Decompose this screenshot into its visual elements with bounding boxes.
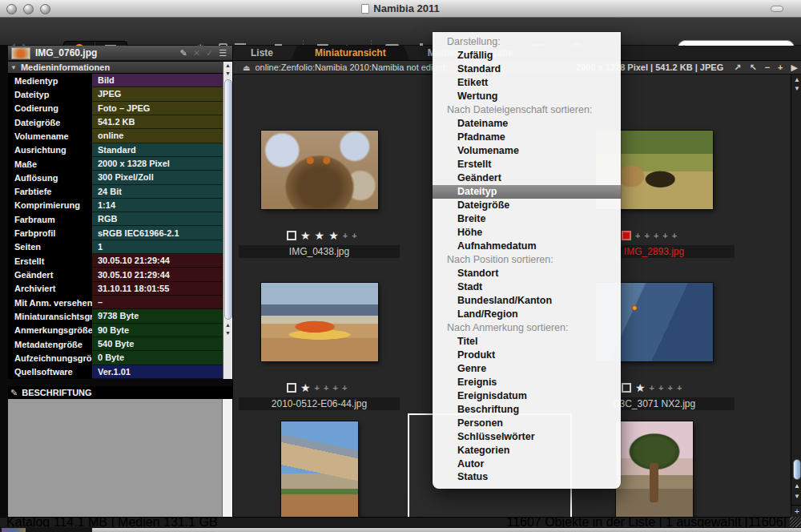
menu-item-ereignisdatum[interactable]: Ereignisdatum <box>433 389 621 402</box>
star-icon[interactable]: ★ <box>300 231 311 240</box>
label-checkbox[interactable] <box>287 231 296 240</box>
edit-annotations-icon[interactable]: ✎ <box>179 48 187 58</box>
star-icon[interactable]: ★ <box>300 383 311 393</box>
selected-file-header[interactable]: IMG_0760.jpg ✎ ✕ ✓ ☰ <box>8 46 232 61</box>
menu-item-personen[interactable]: Personen <box>433 416 621 429</box>
thumbnail-image-owl[interactable] <box>261 131 378 209</box>
label-checkbox[interactable] <box>622 383 631 393</box>
star-plus-icon[interactable]: + <box>352 231 356 240</box>
star-plus-icon[interactable]: + <box>677 383 682 393</box>
menu-item-beschriftung[interactable]: Beschriftung <box>433 402 621 416</box>
star-plus-icon[interactable]: + <box>343 231 348 240</box>
star-plus-icon[interactable]: + <box>650 383 654 393</box>
tab-liste[interactable]: Liste <box>233 46 291 60</box>
label-checkbox[interactable] <box>287 383 296 393</box>
star-plus-icon[interactable]: + <box>662 231 667 240</box>
thumbnail-image-tree[interactable] <box>616 421 693 517</box>
scroll-down-icon[interactable]: ▼ <box>225 70 231 78</box>
menu-item-volumename[interactable]: Volumename <box>433 144 621 158</box>
star-plus-icon[interactable]: + <box>315 383 320 393</box>
object-count-status: 11607 Objekte in der Liste | 1 ausgewähl… <box>506 517 787 527</box>
star-plus-icon[interactable]: + <box>658 383 663 393</box>
select-arrow-icon[interactable]: ↖ <box>749 62 756 72</box>
caption-section-header[interactable]: ✎ BESCHRIFTUNG <box>8 386 232 399</box>
zoom-in-icon[interactable]: + <box>778 62 783 72</box>
apply-icon[interactable]: ✓ <box>206 48 213 58</box>
zoom-plus-icon[interactable]: + <box>791 505 801 516</box>
zoom-out-icon[interactable]: − <box>765 62 770 72</box>
menu-item-standort[interactable]: Standort <box>433 266 621 280</box>
title-bar[interactable]: Namibia 2011 <box>0 0 801 18</box>
menu-item-land-region[interactable]: Land/Region <box>433 307 621 320</box>
resize-grip[interactable] <box>790 517 801 527</box>
menu-item-schlüsselwörter[interactable]: Schlüsselwörter <box>433 429 621 443</box>
star-icon[interactable]: ★ <box>315 231 325 240</box>
star-icon[interactable]: ★ <box>635 383 646 393</box>
star-plus-icon[interactable]: + <box>672 231 677 240</box>
menu-item-stadt[interactable]: Stadt <box>433 280 621 293</box>
label-checkbox-red[interactable] <box>622 231 631 240</box>
menu-item-standard[interactable]: Standard <box>433 62 621 76</box>
open-external-icon[interactable]: ↗ <box>734 62 741 72</box>
scroll-up-icon[interactable]: ▲ <box>791 482 801 490</box>
collapse-triangle-icon[interactable]: ▼ <box>10 64 17 71</box>
media-info-table: MedientypBildDateitypJPEGCodierungFoto –… <box>8 74 223 379</box>
menu-item-genre[interactable]: Genre <box>433 361 621 375</box>
menu-item-kategorien[interactable]: Kategorien <box>433 443 621 457</box>
scrollbar-thumb[interactable] <box>224 79 232 320</box>
star-plus-icon[interactable]: + <box>635 231 640 240</box>
star-plus-icon[interactable]: + <box>324 383 328 393</box>
scroll-up-icon[interactable]: ▲ <box>225 62 231 70</box>
thumbnail-image-car[interactable] <box>261 283 378 361</box>
menu-item-aufnahmedatum[interactable]: Aufnahmedatum <box>433 240 621 253</box>
star-icon[interactable]: ★ <box>328 231 339 240</box>
selected-filename: IMG_0760.jpg <box>35 47 179 58</box>
thumbnail-image-building[interactable] <box>281 421 358 517</box>
star-plus-icon[interactable]: + <box>644 231 649 240</box>
field-list-icon[interactable]: ☰ <box>219 48 227 58</box>
caption-text-area[interactable] <box>8 399 222 517</box>
menu-item-produkt[interactable]: Produkt <box>433 348 621 361</box>
menu-item-erstellt[interactable]: Erstellt <box>433 158 621 171</box>
toolbar-lozenge-button[interactable] <box>771 6 783 12</box>
info-value: sRGB IEC61966-2.1 <box>92 226 223 240</box>
scroll-down-icon[interactable]: ▼ <box>791 85 801 92</box>
thumbnail-filename[interactable]: 2010-0512-E06-44.jpg <box>239 397 400 410</box>
media-info-section-header[interactable]: ▼ Medieninformationen <box>8 62 223 74</box>
thumbnail-cell[interactable] <box>237 413 401 517</box>
scrollbar-thumb[interactable] <box>793 459 801 480</box>
menu-item-status[interactable]: Status <box>433 470 621 484</box>
menu-item-bundesland-kanton[interactable]: Bundesland/Kanton <box>433 293 621 307</box>
thumbnail-cell[interactable]: ★++++2010-0512-E06-44.jpg <box>237 261 401 413</box>
star-plus-icon[interactable]: + <box>342 383 347 393</box>
star-plus-icon[interactable]: + <box>667 383 672 393</box>
scroll-up-icon[interactable]: ▲ <box>791 76 801 83</box>
menu-item-titel[interactable]: Titel <box>433 334 621 348</box>
menu-item-geändert[interactable]: Geändert <box>433 171 621 185</box>
scroll-up-icon[interactable]: ▲ <box>225 321 231 329</box>
menu-item-dateiname[interactable]: Dateiname <box>433 117 621 131</box>
play-icon[interactable]: ▶ <box>791 62 798 72</box>
thumbnail-filename[interactable]: IMG_0438.jpg <box>239 245 400 258</box>
scroll-down-icon[interactable]: ▼ <box>225 329 231 337</box>
menu-item-breite[interactable]: Breite <box>433 212 621 226</box>
tab-miniaturansicht[interactable]: Miniaturansicht <box>291 46 410 60</box>
menu-item-zufällig[interactable]: Zufällig <box>433 49 621 62</box>
menu-item-autor[interactable]: Autor <box>433 457 621 470</box>
menu-item-ereignis[interactable]: Ereignis <box>433 375 621 389</box>
menu-item-wertung[interactable]: Wertung <box>433 90 621 103</box>
scroll-down-icon[interactable]: ▼ <box>791 493 801 500</box>
thumbnail-cell[interactable]: ★★★++IMG_0438.jpg <box>237 109 401 261</box>
grid-scrollbar[interactable]: ▲ ▼ ▲ ▼ + <box>791 75 801 517</box>
menu-item-dateigröße[interactable]: Dateigröße <box>433 199 621 212</box>
star-plus-icon[interactable]: + <box>654 231 658 240</box>
reject-icon[interactable]: ✕ <box>193 48 200 58</box>
menu-item-etikett[interactable]: Etikett <box>433 76 621 90</box>
sidebar-scrollbar[interactable]: ▲ ▼ ▲ ▼ <box>223 62 232 379</box>
info-row-mit-anm-versehen: Mit Anm. versehen– <box>8 296 223 309</box>
caption-scrollbar[interactable] <box>222 399 232 517</box>
menu-item-pfadname[interactable]: Pfadname <box>433 131 621 144</box>
menu-item-dateityp[interactable]: Dateityp <box>433 185 621 199</box>
star-plus-icon[interactable]: + <box>332 383 337 393</box>
menu-item-höhe[interactable]: Höhe <box>433 226 621 240</box>
